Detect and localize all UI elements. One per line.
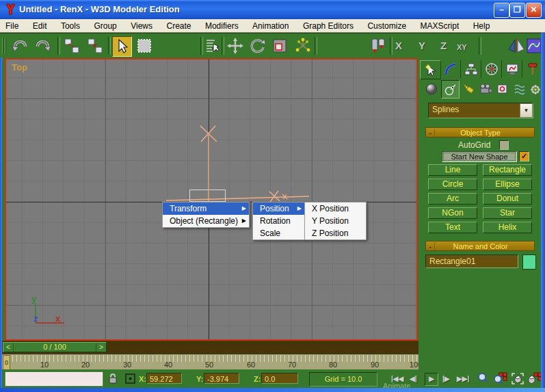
tab-modify[interactable] <box>440 60 461 78</box>
tab-hierarchy[interactable] <box>461 60 481 78</box>
selection-region-button[interactable] <box>135 37 153 55</box>
manipulate-button[interactable] <box>294 37 312 55</box>
category-geometry[interactable] <box>423 80 440 97</box>
category-helpers[interactable] <box>494 80 511 97</box>
collapse-icon[interactable]: - <box>426 129 435 137</box>
zoom-all-button[interactable] <box>493 372 507 385</box>
redo-button[interactable] <box>34 37 52 55</box>
zoom-extents-button[interactable] <box>511 372 524 385</box>
menu-item-position[interactable]: Position ▶ <box>253 202 304 215</box>
close-button[interactable]: ✕ <box>526 3 542 18</box>
play-button[interactable]: ▶ <box>425 373 438 386</box>
unlink-button[interactable] <box>86 37 104 55</box>
lights-icon <box>462 83 475 95</box>
shape-button-donut[interactable]: Donut <box>483 193 532 205</box>
restrict-plane-button[interactable]: XY <box>457 38 467 56</box>
menu-item-z-position[interactable]: Z Position <box>305 227 366 239</box>
autogrid-checkbox[interactable] <box>499 140 509 150</box>
menu-item-y-position[interactable]: Y Position <box>305 215 366 227</box>
zoom-extents-all-button[interactable] <box>527 372 542 385</box>
move-button[interactable] <box>226 37 244 55</box>
shape-button-arc[interactable]: Arc <box>428 193 477 205</box>
shape-button-helix[interactable]: Helix <box>483 222 532 233</box>
use-center-button[interactable] <box>369 37 387 55</box>
link-button[interactable] <box>63 37 81 55</box>
restrict-z-button[interactable]: Z <box>440 38 447 53</box>
next-frame-arrow[interactable]: > <box>96 343 106 352</box>
menu-help[interactable]: Help <box>468 20 496 33</box>
select-by-name-button[interactable] <box>204 37 222 55</box>
viewport-top[interactable]: Top y z x <box>5 58 418 341</box>
toolbar-drag-handle[interactable] <box>2 38 3 54</box>
menu-modifiers[interactable]: Modifiers <box>200 20 244 33</box>
menu-item-object-rectangle[interactable]: Object (Rectangle) ▶ <box>163 215 249 227</box>
category-lights[interactable] <box>460 80 477 97</box>
go-to-start-button[interactable]: |◀◀ <box>391 374 403 384</box>
restrict-y-button[interactable]: Y <box>418 38 425 53</box>
scale-button[interactable] <box>271 37 289 55</box>
prev-frame-arrow[interactable]: < <box>3 343 14 352</box>
shape-button-ellipse[interactable]: Ellipse <box>483 179 532 190</box>
shape-button-text[interactable]: Text <box>428 222 477 233</box>
shape-button-rectangle[interactable]: Rectangle <box>483 164 532 176</box>
go-to-end-button[interactable]: ▶▶| <box>457 374 469 384</box>
menu-file[interactable]: File <box>0 20 24 33</box>
restrict-x-button[interactable]: X <box>395 38 402 53</box>
time-slider-track[interactable]: < 0 / 100 > <box>0 341 418 354</box>
tab-display[interactable] <box>502 60 522 78</box>
tab-create[interactable] <box>420 60 441 79</box>
category-space-warps[interactable] <box>511 80 528 97</box>
z-coord-field[interactable]: 0.0 <box>261 373 298 384</box>
menu-graph-editors[interactable]: Graph Editors <box>297 20 359 33</box>
object-type-rollout-header[interactable]: - Object Type <box>425 127 535 138</box>
menu-item-transform[interactable]: Transform ▶ <box>163 202 249 215</box>
undo-button[interactable] <box>11 37 29 55</box>
name-color-rollout-header[interactable]: - Name and Color <box>425 241 535 251</box>
tab-motion[interactable] <box>481 60 502 78</box>
selection-lock-icon[interactable] <box>108 373 118 384</box>
x-coord-field[interactable]: 59.272 <box>146 373 182 384</box>
menu-animation[interactable]: Animation <box>247 20 294 33</box>
time-slider[interactable]: < 0 / 100 > <box>3 342 107 352</box>
tab-utilities[interactable] <box>522 60 542 78</box>
minimize-button[interactable]: – <box>494 3 509 18</box>
maximize-button[interactable]: ❒ <box>509 3 525 18</box>
menu-views[interactable]: Views <box>125 20 158 33</box>
menu-edit[interactable]: Edit <box>27 20 53 33</box>
start-new-shape-checkbox[interactable]: ✓ <box>519 151 529 161</box>
menu-item-scale[interactable]: Scale <box>253 227 304 239</box>
current-frame-marker[interactable]: 0 <box>3 355 10 369</box>
y-coord-label: Y: <box>196 375 203 383</box>
menu-item-rotation[interactable]: Rotation <box>253 215 304 227</box>
select-object-button[interactable] <box>112 36 132 57</box>
menu-item-x-position[interactable]: X Position <box>305 202 366 215</box>
x-coord-label: X: <box>139 375 146 383</box>
y-coord-field[interactable]: -3.974 <box>204 373 239 384</box>
category-shapes[interactable] <box>441 80 460 99</box>
menu-create[interactable]: Create <box>161 20 196 33</box>
next-frame-button[interactable]: |▶ <box>442 374 450 384</box>
object-color-swatch[interactable] <box>522 254 536 270</box>
spline-category-dropdown[interactable]: Splines ▼ <box>428 103 533 118</box>
mirror-button[interactable] <box>507 37 525 55</box>
spline-category-arrow-icon[interactable]: ▼ <box>520 103 533 118</box>
collapse-icon[interactable]: - <box>426 242 435 250</box>
category-cameras[interactable] <box>477 80 494 97</box>
menu-tools[interactable]: Tools <box>55 20 85 33</box>
shape-button-circle[interactable]: Circle <box>428 179 477 190</box>
ruler-label-50: 50 <box>202 361 217 369</box>
menu-maxscript[interactable]: MAXScript <box>415 20 465 33</box>
start-new-shape-button[interactable]: Start New Shape <box>442 151 517 162</box>
menu-customize[interactable]: Customize <box>362 20 412 33</box>
track-bar[interactable]: 0 10 20 30 40 50 60 70 80 90 100 <box>0 354 418 369</box>
zoom-tool-button[interactable] <box>477 372 490 385</box>
shape-button-star[interactable]: Star <box>483 207 532 219</box>
shape-button-line[interactable]: Line <box>428 164 477 176</box>
rotate-button[interactable] <box>249 37 267 55</box>
shape-button-ngon[interactable]: NGon <box>428 207 477 219</box>
previous-frame-button[interactable]: ◀| <box>410 374 417 384</box>
object-name-field[interactable]: Rectangle01 <box>425 254 518 268</box>
absolute-mode-icon[interactable] <box>124 373 136 384</box>
mirror-icon <box>508 38 524 53</box>
menu-group[interactable]: Group <box>88 20 122 33</box>
